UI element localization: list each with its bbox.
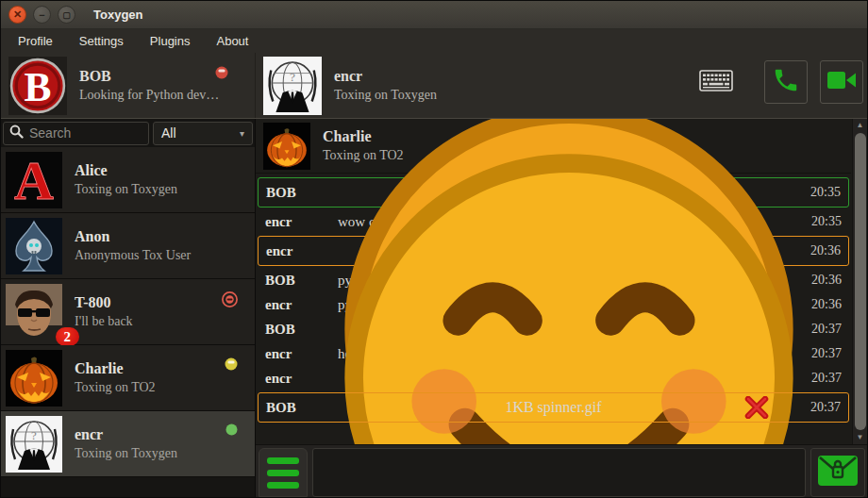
peer-header: ? encr Toxing on Toxygen	[256, 53, 867, 118]
contact-list: A Alice Toxing on Toxygen Anon Anonymous…	[1, 147, 255, 497]
contact-row-encr[interactable]: ? encr Toxing on Toxygen	[1, 411, 255, 477]
contact-status-message: I'll be back	[75, 314, 133, 329]
terminator-avatar: 2	[6, 284, 62, 340]
message-history: Charlie Toxing on TO2 BOB 6KB toxygen_in…	[256, 119, 867, 444]
titlebar: ✕ − ▢ Toxygen	[1, 1, 867, 29]
message-author: encr	[265, 214, 338, 230]
online-status-icon	[225, 423, 238, 436]
contact-name: Anon	[75, 228, 191, 245]
message-timestamp: 20:37	[800, 371, 842, 386]
phone-icon	[772, 66, 800, 98]
file-transfer-row[interactable]: BOB 1KB spinner.gif20:37	[258, 392, 849, 423]
contact-name: Charlie	[75, 360, 156, 377]
spade-skull-avatar	[6, 218, 62, 274]
message-author: BOB	[266, 185, 339, 201]
contact-name: T-800	[75, 294, 133, 311]
search-box	[3, 122, 149, 145]
svg-text:A: A	[14, 152, 54, 208]
message-timestamp: 20:35	[799, 185, 841, 200]
search-icon	[9, 124, 24, 142]
chat-scrollbar[interactable]: ▲ ▼	[852, 119, 867, 444]
contact-name: Alice	[75, 162, 177, 179]
letter-b-avatar: B	[8, 57, 67, 115]
scrollbar-thumb[interactable]	[855, 133, 866, 430]
message-timestamp: 20:37	[799, 400, 841, 415]
contact-row-charlie[interactable]: Charlie Toxing on TO2	[1, 345, 255, 411]
contact-row-t-800[interactable]: 2 T-800 I'll be back	[1, 279, 255, 345]
menu-profile[interactable]: Profile	[5, 31, 66, 51]
window-title: Toxygen	[93, 8, 143, 22]
scroll-up-icon[interactable]: ▲	[857, 119, 864, 132]
window-close-button[interactable]: ✕	[8, 6, 26, 24]
message-timestamp: 20:35	[800, 214, 842, 229]
menu-about[interactable]: About	[203, 31, 261, 51]
chat-menu-button[interactable]	[259, 448, 308, 497]
message-author: BOB	[265, 273, 338, 289]
hamburger-icon	[267, 457, 299, 464]
topbar: B BOB Looking for Python dev… ? encr Tox…	[1, 53, 867, 119]
encrypted-envelope-icon	[817, 455, 859, 490]
menubar: Profile Settings Plugins About	[1, 29, 867, 53]
message-author: encr	[265, 346, 338, 362]
message-timestamp: 20:36	[800, 297, 842, 312]
away-status-icon	[225, 357, 238, 371]
scroll-down-icon[interactable]: ▼	[857, 431, 864, 444]
contact-status-message: Toxing on Toxygen	[75, 182, 177, 197]
self-profile[interactable]: B BOB Looking for Python dev…	[1, 53, 256, 118]
contact-status-message: Anonymous Tox User	[75, 248, 191, 263]
keyboard-icon	[699, 70, 733, 95]
decline-file-button[interactable]	[744, 396, 769, 419]
message-timestamp: 20:37	[800, 322, 842, 337]
unread-count-badge: 2	[56, 327, 80, 346]
menu-plugins[interactable]: Plugins	[137, 31, 204, 51]
message-author: BOB	[266, 400, 339, 416]
search-input[interactable]	[29, 125, 142, 141]
self-status-message: Looking for Python dev…	[79, 88, 219, 103]
message-timestamp: 20:36	[799, 243, 841, 258]
self-name: BOB	[79, 68, 219, 85]
chat-panel: Charlie Toxing on TO2 BOB 6KB toxygen_in…	[256, 119, 867, 497]
svg-text:?: ?	[31, 428, 37, 442]
sidebar: All ▾ A Alice Toxing on Toxygen Anon Ano…	[1, 119, 256, 497]
message-row[interactable]: encr 20:37	[258, 366, 849, 390]
contact-row-alice[interactable]: A Alice Toxing on Toxygen	[1, 147, 255, 213]
window-minimize-button[interactable]: −	[33, 6, 51, 24]
video-camera-icon	[826, 69, 857, 95]
filter-value: All	[161, 125, 176, 141]
message-author: encr	[265, 297, 338, 313]
anonymous-avatar: ?	[6, 416, 62, 473]
svg-text:?: ?	[290, 69, 295, 83]
screen-keyboard-button[interactable]	[699, 70, 733, 95]
window-maximize-button[interactable]: ▢	[58, 6, 75, 24]
maximize-icon: ▢	[62, 10, 71, 20]
menu-settings[interactable]: Settings	[66, 31, 137, 51]
message-author: encr	[266, 243, 339, 259]
svg-text:B: B	[25, 63, 52, 108]
busy-status-icon	[215, 66, 228, 79]
pumpkin-avatar	[6, 350, 62, 407]
minimize-icon: −	[39, 9, 44, 21]
anonymous-avatar: ?	[263, 57, 322, 115]
message-author: BOB	[265, 322, 338, 338]
video-call-button[interactable]	[820, 60, 863, 104]
toxygen-window: ✕ − ▢ Toxygen Profile Settings Plugins A…	[0, 0, 868, 498]
contact-name: encr	[75, 426, 177, 443]
message-input[interactable]	[312, 448, 806, 497]
contact-filter-dropdown[interactable]: All ▾	[153, 122, 253, 145]
contact-status-message: Toxing on TO2	[75, 380, 156, 395]
letter-a-avatar: A	[6, 152, 62, 208]
message-timestamp: 20:37	[800, 346, 842, 361]
message-timestamp: 20:36	[800, 273, 842, 288]
peer-name: encr	[334, 68, 437, 85]
pumpkin-avatar	[263, 123, 310, 170]
composer	[256, 444, 867, 497]
message-list: BOB 6KB toxygen_inline.png20:35 encr wow…	[256, 174, 851, 423]
message-author: encr	[265, 371, 338, 387]
contact-row-anon[interactable]: Anon Anonymous Tox User	[1, 213, 255, 279]
send-message-button[interactable]	[810, 448, 865, 497]
chevron-down-icon: ▾	[240, 128, 244, 139]
close-icon: ✕	[13, 8, 22, 21]
busy-unread-status-icon	[222, 291, 238, 307]
search-row: All ▾	[1, 119, 255, 147]
audio-call-button[interactable]	[764, 60, 808, 104]
